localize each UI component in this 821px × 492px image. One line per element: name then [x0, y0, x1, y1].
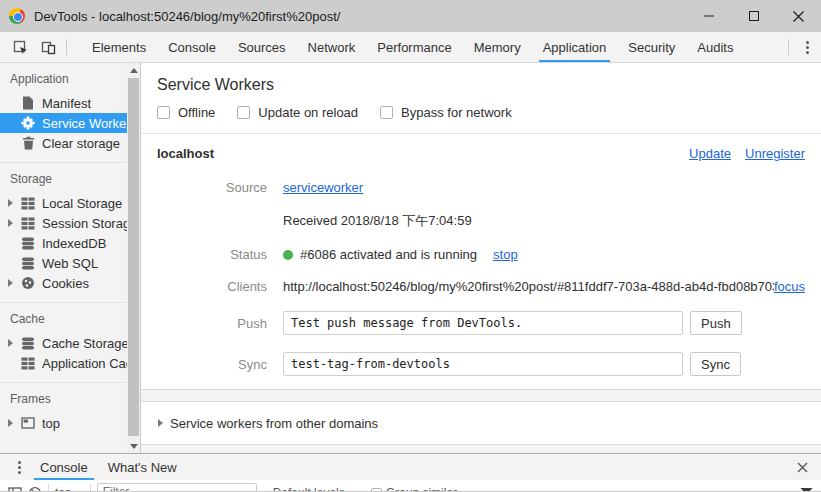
focus-link[interactable]: focus [774, 279, 805, 294]
sidebar-item-local-storage[interactable]: Local Storage [0, 193, 127, 213]
clients-row: Clients http://localhost:50246/blog/my%2… [157, 279, 805, 294]
serviceworker-source-link[interactable]: serviceworker [283, 180, 363, 195]
sidebar-item-label: Manifest [42, 96, 91, 111]
expand-arrow-icon[interactable] [158, 419, 163, 427]
sidebar-item-application-cache[interactable]: Application Cache [0, 353, 127, 373]
sidebar-item-label: Clear storage [42, 136, 120, 151]
bypass-for-network-option: Bypass for network [380, 105, 512, 120]
window-title: DevTools - localhost:50246/blog/my%20fir… [34, 9, 340, 24]
stop-link[interactable]: stop [493, 247, 518, 262]
tab-console[interactable]: Console [157, 32, 227, 62]
filter-funnel-icon[interactable] [800, 483, 813, 492]
console-toolbar: top Default levels Group similar [0, 480, 821, 492]
sidebar-section-title: Frames [0, 390, 127, 408]
frame-selector-dropdown[interactable]: top [55, 483, 84, 492]
maximize-button[interactable] [731, 0, 776, 32]
bypass-for-network-checkbox[interactable] [380, 106, 393, 119]
page-title: Service Workers [141, 63, 821, 94]
status-text: #6086 activated and is running [300, 247, 477, 262]
sidebar-item-label: Cookies [42, 276, 89, 291]
table-icon [20, 195, 36, 211]
expand-arrow-icon[interactable] [8, 419, 13, 427]
tab-application[interactable]: Application [532, 32, 618, 62]
sidebar-section-frames: Frames top [0, 382, 127, 442]
scroll-up-icon[interactable] [127, 63, 140, 77]
clear-console-icon[interactable] [28, 483, 42, 492]
pane-filler [141, 445, 821, 453]
log-levels-dropdown[interactable]: Default levels [273, 483, 357, 492]
push-row: Push Push [157, 311, 805, 335]
status-row: Status #6086 activated and is running st… [157, 247, 805, 262]
drawer-close-icon[interactable] [791, 456, 813, 478]
sync-tag-input[interactable] [283, 352, 683, 376]
sidebar-item-label: IndexedDB [42, 236, 106, 251]
more-options-icon[interactable] [793, 34, 821, 60]
trash-icon [20, 135, 36, 151]
sync-button[interactable]: Sync [690, 352, 741, 376]
expand-arrow-icon[interactable] [8, 279, 13, 287]
minimize-button[interactable] [686, 0, 731, 32]
tab-sources[interactable]: Sources [227, 32, 297, 62]
offline-checkbox[interactable] [157, 106, 170, 119]
unregister-link[interactable]: Unregister [745, 146, 805, 161]
console-sidebar-icon[interactable] [8, 483, 22, 492]
service-worker-card: localhost Update Unregister Source servi… [141, 134, 821, 390]
expand-arrow-icon[interactable] [8, 339, 13, 347]
sidebar-item-cookies[interactable]: Cookies [0, 273, 127, 293]
group-similar-checkbox[interactable] [371, 488, 382, 492]
group-similar-option: Group similar [371, 483, 457, 492]
push-label: Push [157, 316, 267, 331]
sync-label: Sync [157, 357, 267, 372]
sidebar-section-storage: Storage Local Storage Session Stora [0, 162, 127, 302]
console-filter-input[interactable] [97, 483, 257, 492]
cookie-icon [20, 275, 36, 291]
gear-icon [20, 115, 36, 131]
sidebar-section-application: Application Manifest [0, 63, 127, 162]
status-label: Status [157, 247, 267, 262]
other-domains-row[interactable]: Service workers from other domains [141, 402, 821, 445]
clients-label: Clients [157, 279, 267, 294]
close-button[interactable] [776, 0, 821, 32]
section-gap [141, 390, 821, 402]
sidebar-item-clear-storage[interactable]: Clear storage [0, 133, 127, 153]
tab-memory[interactable]: Memory [463, 32, 532, 62]
service-workers-pane: Service Workers Offline Update on reload… [141, 63, 821, 453]
update-on-reload-checkbox[interactable] [237, 106, 250, 119]
tab-performance[interactable]: Performance [366, 32, 462, 62]
update-link[interactable]: Update [689, 146, 731, 161]
device-toolbar-icon[interactable] [34, 34, 62, 60]
scrollbar-thumb[interactable] [128, 78, 139, 436]
sidebar-item-manifest[interactable]: Manifest [0, 93, 127, 113]
tab-audits[interactable]: Audits [686, 32, 744, 62]
scroll-down-icon[interactable] [127, 439, 140, 453]
window-controls [686, 0, 821, 32]
client-url: http://localhost:50246/blog/my%20first%2… [283, 279, 774, 294]
tab-elements[interactable]: Elements [81, 32, 157, 62]
expand-arrow-icon[interactable] [8, 199, 13, 207]
sidebar-item-indexeddb[interactable]: IndexedDB [0, 233, 127, 253]
tab-security[interactable]: Security [617, 32, 686, 62]
drawer-menu-icon[interactable] [8, 454, 30, 480]
expand-arrow-icon[interactable] [8, 219, 13, 227]
chrome-logo-icon [9, 8, 25, 24]
source-row: Source serviceworker [157, 180, 805, 195]
table-icon [20, 355, 36, 371]
toolbar-divider [66, 39, 67, 55]
database-icon [20, 235, 36, 251]
sidebar-section-title: Storage [0, 170, 127, 188]
sidebar-item-cache-storage[interactable]: Cache Storage [0, 333, 127, 353]
sidebar-item-service-workers[interactable]: Service Workers [0, 113, 127, 133]
drawer-tab-console[interactable]: Console [30, 454, 98, 480]
sidebar-item-session-storage[interactable]: Session Storage [0, 213, 127, 233]
tab-network[interactable]: Network [297, 32, 367, 62]
received-timestamp: Received 2018/8/18 下午7:04:59 [283, 212, 805, 230]
drawer-tab-whats-new[interactable]: What's New [98, 454, 187, 480]
push-button[interactable]: Push [690, 311, 742, 335]
sidebar-item-web-sql[interactable]: Web SQL [0, 253, 127, 273]
sidebar-item-top-frame[interactable]: top [0, 413, 127, 433]
sidebar-scrollbar[interactable] [127, 63, 140, 453]
panel-tabs: Elements Console Sources Network Perform… [81, 32, 744, 62]
push-message-input[interactable] [283, 311, 683, 335]
window-titlebar: DevTools - localhost:50246/blog/my%20fir… [0, 0, 821, 32]
inspect-element-icon[interactable] [6, 34, 34, 60]
